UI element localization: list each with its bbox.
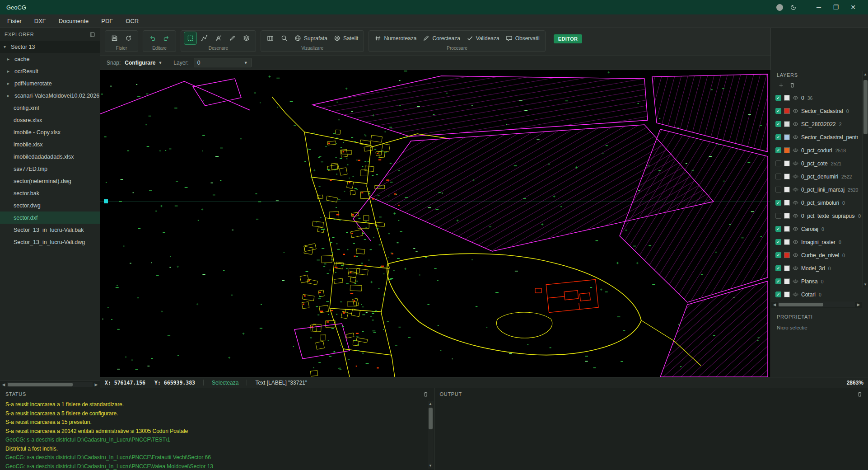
clear-status-icon[interactable] [423,391,429,397]
layer-visibility-checkbox[interactable] [775,174,781,179]
layers-horizontal-scrollbar[interactable]: ◀ ▶ [771,301,862,308]
menu-documente[interactable]: Documente [59,18,89,24]
layer-visibility-checkbox[interactable] [775,134,781,140]
layer-color-swatch[interactable] [784,95,790,101]
layer-visibility-checkbox[interactable] [775,239,781,245]
explorer-item[interactable]: sector.dwg [0,199,100,212]
layer-visibility-checkbox[interactable] [775,95,781,101]
menu-fisier[interactable]: Fisier [7,18,22,24]
layer-color-swatch[interactable] [784,278,790,284]
layer-color-swatch[interactable] [784,187,790,193]
observatii-button[interactable]: Observatii [504,32,542,44]
explorer-panel-icon[interactable] [89,32,95,38]
explorer-item[interactable]: Sector_13_in_lucru-Vali.dwg [0,236,100,248]
explorer-item[interactable]: Sector_13_in_lucru-Vali.bak [0,224,100,236]
layer-visibility-checkbox[interactable] [775,187,781,193]
layer-color-swatch[interactable] [784,226,790,232]
layer-visibility-checkbox[interactable] [775,121,781,127]
scroll-track[interactable] [429,407,433,463]
explorer-item[interactable]: ▸pdfNumerotate [0,77,100,89]
menu-ocr[interactable]: OCR [126,18,139,24]
layer-row[interactable]: 0_pct_cote2521 [771,157,868,170]
panels-button[interactable] [264,32,276,44]
corecteaza-button[interactable]: Corecteaza [420,32,462,44]
explorer-root[interactable]: ▾ Sector 13 [0,41,100,53]
satelit-button[interactable]: Satelit [331,32,360,44]
layer-color-swatch[interactable] [784,200,790,206]
scroll-thumb[interactable] [429,408,433,429]
select-tool-button[interactable] [184,32,196,44]
clear-output-icon[interactable] [857,391,863,397]
layer-row[interactable]: Sector_Cadastral0 [771,104,868,118]
menu-dxf[interactable]: DXF [34,18,46,24]
layer-row[interactable]: 0_pct_texte_suprapuse0 [771,209,868,222]
scroll-left-icon[interactable]: ◀ [771,302,778,307]
undo-button[interactable] [146,32,159,44]
map-canvas[interactable] [100,70,770,377]
scroll-thumb[interactable] [779,303,823,306]
delete-layer-icon[interactable] [789,82,795,89]
theme-moon-icon[interactable] [790,4,797,10]
explorer-item[interactable]: dosare.xlsx [0,114,100,126]
menu-pdf[interactable]: PDF [101,18,113,24]
explorer-item[interactable]: imobile.xlsx [0,138,100,150]
layer-color-swatch[interactable] [784,134,790,140]
layer-visibility-checkbox[interactable] [775,226,781,232]
layers-tool-button[interactable] [240,32,252,44]
layer-visibility-checkbox[interactable] [775,278,781,284]
layer-visibility-checkbox[interactable] [775,108,781,114]
zoom-button[interactable] [278,32,290,44]
explorer-item[interactable]: ▸ocrResult [0,65,100,77]
add-layer-icon[interactable] [778,82,784,89]
explorer-item[interactable]: ▸scanari-ValeaMoldovei10.02.2026 [0,89,100,102]
layer-color-swatch[interactable] [784,121,790,127]
layers-vertical-scrollbar[interactable]: ▲ ▼ [862,71,868,287]
maximize-button[interactable]: ❐ [827,0,845,14]
reload-button[interactable] [122,32,135,44]
scroll-track[interactable] [778,302,855,307]
scroll-track[interactable] [7,382,93,387]
pencil-tool-button[interactable] [226,32,238,44]
layer-color-swatch[interactable] [784,160,790,166]
explorer-item[interactable]: sav77ED.tmp [0,163,100,175]
scroll-right-icon[interactable]: ▶ [93,382,100,387]
layer-row[interactable]: 0_pct_coduri2518 [771,144,868,157]
explorer-item[interactable]: sector.bak [0,187,100,199]
layer-row[interactable]: Curbe_de_nivel0 [771,249,868,262]
scroll-down-icon[interactable]: ▼ [429,463,432,469]
polyline-tool-button[interactable] [198,32,210,44]
minimize-button[interactable]: ─ [810,0,827,14]
scroll-left-icon[interactable]: ◀ [0,382,7,387]
layer-visibility-checkbox[interactable] [775,160,781,166]
layer-visibility-checkbox[interactable] [775,213,781,219]
explorer-item[interactable]: imobile - Copy.xlsx [0,126,100,138]
scroll-track[interactable] [863,77,868,282]
layer-row[interactable]: SC_280320222 [771,118,868,131]
layer-color-swatch[interactable] [784,147,790,153]
close-button[interactable]: ✕ [845,0,862,14]
save-button[interactable] [108,32,121,44]
layer-row[interactable]: 0_pct_denumiri2522 [771,170,868,183]
layer-row[interactable]: Model_3d0 [771,262,868,275]
layer-row[interactable]: 0_pct_linii_marcaj2520 [771,183,868,196]
layer-color-swatch[interactable] [784,252,790,258]
explorer-horizontal-scrollbar[interactable]: ◀ ▶ [0,381,100,388]
explorer-item[interactable]: config.xml [0,102,100,114]
layer-visibility-checkbox[interactable] [775,147,781,153]
explorer-item[interactable]: imobiledadadadads.xlsx [0,150,100,163]
scroll-up-icon[interactable]: ▲ [429,401,432,407]
user-avatar[interactable] [776,4,783,11]
layer-visibility-checkbox[interactable] [775,291,781,297]
annotate-tool-button[interactable] [212,32,224,44]
layer-row[interactable]: Cotari0 [771,288,868,301]
layer-visibility-checkbox[interactable] [775,252,781,258]
suprafata-button[interactable]: Suprafata [292,32,330,44]
scroll-up-icon[interactable]: ▲ [863,71,867,77]
explorer-item[interactable]: sector(neterminat).dwg [0,175,100,187]
redo-button[interactable] [160,32,173,44]
active-layer-dropdown[interactable]: 0 ▼ [194,58,252,67]
layer-row[interactable]: Caroiaj0 [771,222,868,235]
numeroteaza-button[interactable]: Numeroteaza [372,32,419,44]
layer-color-swatch[interactable] [784,213,790,219]
layer-color-swatch[interactable] [784,108,790,114]
